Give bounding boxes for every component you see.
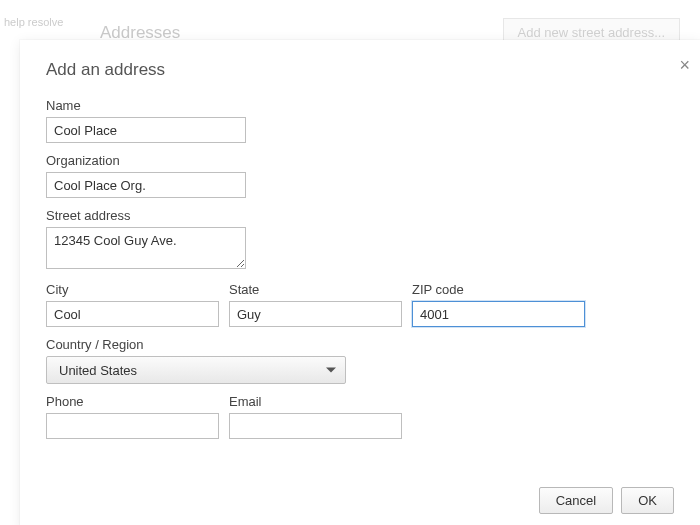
street-address-field: Street address: [46, 208, 674, 272]
email-field: Email: [229, 394, 402, 439]
email-input[interactable]: [229, 413, 402, 439]
state-label: State: [229, 282, 402, 297]
phone-input[interactable]: [46, 413, 219, 439]
email-label: Email: [229, 394, 402, 409]
city-input[interactable]: [46, 301, 219, 327]
zip-label: ZIP code: [412, 282, 585, 297]
ok-button[interactable]: OK: [621, 487, 674, 514]
country-field: Country / Region United States: [46, 337, 674, 384]
state-input[interactable]: [229, 301, 402, 327]
zip-field: ZIP code: [412, 282, 585, 327]
country-selected-value: United States: [59, 363, 137, 378]
close-icon[interactable]: ×: [679, 56, 690, 74]
zip-input[interactable]: [412, 301, 585, 327]
city-field: City: [46, 282, 219, 327]
cancel-button[interactable]: Cancel: [539, 487, 613, 514]
phone-label: Phone: [46, 394, 219, 409]
name-label: Name: [46, 98, 674, 113]
modal-title: Add an address: [46, 60, 674, 80]
city-label: City: [46, 282, 219, 297]
phone-field: Phone: [46, 394, 219, 439]
country-select[interactable]: United States: [46, 356, 346, 384]
name-input[interactable]: [46, 117, 246, 143]
name-field: Name: [46, 98, 674, 143]
country-label: Country / Region: [46, 337, 674, 352]
organization-field: Organization: [46, 153, 674, 198]
modal-footer: Cancel OK: [46, 487, 674, 514]
organization-input[interactable]: [46, 172, 246, 198]
street-address-input[interactable]: [46, 227, 246, 269]
street-address-label: Street address: [46, 208, 674, 223]
state-field: State: [229, 282, 402, 327]
organization-label: Organization: [46, 153, 674, 168]
add-address-modal: × Add an address Name Organization Stree…: [20, 40, 700, 525]
